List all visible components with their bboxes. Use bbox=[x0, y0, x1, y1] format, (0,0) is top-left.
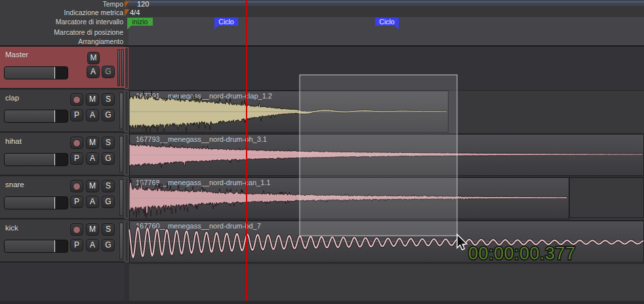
svg-text:00:00:00.377: 00:00:00.377 bbox=[468, 244, 576, 263]
